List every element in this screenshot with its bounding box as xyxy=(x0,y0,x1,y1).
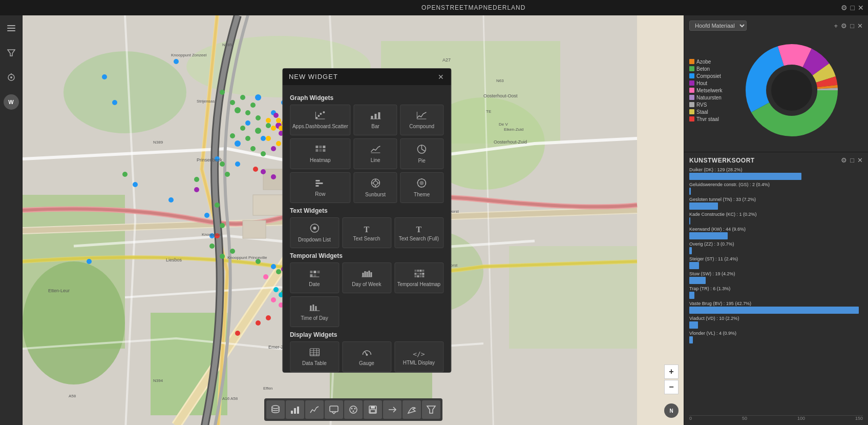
map-area[interactable]: Prinsenbeek Etten-Leur Molenschot Vrache… xyxy=(23,15,684,425)
date-icon xyxy=(309,269,320,279)
legend-natuursten: Natuursten xyxy=(689,95,730,100)
text-search-label: Text Search xyxy=(353,236,380,242)
svg-point-104 xyxy=(168,197,174,203)
pie-label: Pie xyxy=(418,158,425,164)
svg-point-73 xyxy=(261,169,266,174)
apps-dashboard-scatter-widget[interactable]: Apps.Dashboard.Scatter xyxy=(290,105,351,135)
compass-button[interactable]: N xyxy=(664,403,679,418)
svg-point-140 xyxy=(354,408,355,410)
svg-rect-2 xyxy=(7,30,15,31)
svg-text:Strijensas: Strijensas xyxy=(197,99,215,104)
close-icon[interactable]: ✕ xyxy=(858,4,864,12)
bar-close-icon[interactable]: ✕ xyxy=(857,156,863,164)
svg-rect-159 xyxy=(319,146,322,148)
svg-rect-203 xyxy=(417,275,419,277)
row-widget[interactable]: Row xyxy=(290,172,351,203)
maximize-icon2[interactable]: □ xyxy=(850,22,854,30)
comment-button[interactable] xyxy=(325,400,343,419)
svg-point-79 xyxy=(271,126,276,131)
line-widget[interactable]: Line xyxy=(354,138,397,169)
theme-widget[interactable]: Theme xyxy=(400,172,443,203)
svg-point-72 xyxy=(271,146,276,151)
scatter-icon xyxy=(314,111,326,122)
donut-content: Azobe Beton Composiet Hout xyxy=(689,34,863,147)
heatmap-widget[interactable]: Heatmap xyxy=(290,138,351,169)
save-button[interactable] xyxy=(364,400,382,419)
svg-point-54 xyxy=(261,151,266,156)
date-widget[interactable]: Date xyxy=(290,262,339,293)
bar-axis: 0 50 100 150 xyxy=(689,415,863,421)
svg-rect-162 xyxy=(319,149,322,152)
pie-widget[interactable]: Pie xyxy=(400,138,443,169)
palette-button[interactable] xyxy=(344,400,363,419)
bar-row: Steiger (ST) : 11 (2.4%) xyxy=(689,256,863,269)
dropdown-list-widget[interactable]: Dropdown List xyxy=(290,217,339,248)
svg-point-133 xyxy=(272,406,279,409)
data-table-widget[interactable]: Data Table xyxy=(290,341,339,372)
layers-icon[interactable] xyxy=(4,21,19,36)
natuursten-dot xyxy=(689,95,694,100)
svg-rect-188 xyxy=(362,273,364,277)
dialog-title: NEW WIDGET xyxy=(289,73,338,80)
bar-row: Stuw (SW) : 19 (4.2%) xyxy=(689,271,863,284)
hout-dot xyxy=(689,80,694,86)
html-display-icon: </> xyxy=(413,349,425,358)
maximize-icon[interactable]: □ xyxy=(851,4,855,12)
bar-label: Duiker (DK) : 129 (28.2%) xyxy=(689,167,863,172)
row-label: Row xyxy=(315,191,325,197)
share-button[interactable] xyxy=(403,400,421,419)
zoom-in-button[interactable]: + xyxy=(664,365,679,379)
svg-rect-189 xyxy=(364,271,366,277)
svg-point-43 xyxy=(240,95,245,100)
time-of-day-widget[interactable]: Time of Day xyxy=(290,296,339,327)
bar-fill xyxy=(689,292,694,299)
gauge-widget[interactable]: Gauge xyxy=(342,341,391,372)
bar-label: Viaduct (VD) : 10 (2.2%) xyxy=(689,316,863,321)
bar-settings-icon[interactable]: ⚙ xyxy=(841,156,847,164)
bookmark-icon[interactable] xyxy=(4,70,19,85)
filter-icon[interactable] xyxy=(4,45,19,60)
rvs-dot xyxy=(689,102,694,107)
close-icon2[interactable]: ✕ xyxy=(857,22,863,30)
database-button[interactable] xyxy=(266,400,285,419)
bar-fill xyxy=(689,173,801,180)
export-button[interactable] xyxy=(383,400,401,419)
text-search-full-widget[interactable]: T Text Search (Full) xyxy=(394,217,443,248)
left-sidebar: W xyxy=(0,15,23,425)
material-dropdown[interactable]: Hoofd Materiaal xyxy=(689,21,747,31)
bar-fill xyxy=(689,262,699,269)
add-icon[interactable]: + xyxy=(834,22,838,30)
bar-chart-button[interactable] xyxy=(286,400,304,419)
svg-rect-24 xyxy=(243,220,266,238)
row-icon xyxy=(314,178,326,189)
zoom-out-button[interactable]: − xyxy=(664,380,679,394)
line-icon xyxy=(370,145,381,155)
svg-rect-201 xyxy=(422,273,424,275)
svg-rect-198 xyxy=(414,273,416,275)
temporal-heatmap-widget[interactable]: Temporal Heatmap xyxy=(394,262,443,293)
compound-label: Compound xyxy=(409,124,434,130)
text-search-widget[interactable]: T Text Search xyxy=(342,217,391,248)
svg-rect-183 xyxy=(313,271,316,273)
svg-text:A16 A58: A16 A58 xyxy=(222,396,238,401)
bar-fill xyxy=(689,203,718,210)
svg-point-90 xyxy=(263,274,268,279)
settings-icon[interactable]: ⚙ xyxy=(841,4,848,12)
compound-widget[interactable]: Compound xyxy=(400,105,443,135)
line-chart-button[interactable] xyxy=(305,400,324,419)
bar-widget[interactable]: Bar xyxy=(354,105,397,135)
html-display-widget[interactable]: </> HTML Display xyxy=(394,341,443,372)
filter2-button[interactable] xyxy=(422,400,440,419)
bar-maximize-icon[interactable]: □ xyxy=(850,156,854,164)
gauge-label: Gauge xyxy=(359,360,374,367)
sunburst-widget[interactable]: Sunburst xyxy=(354,172,397,203)
bar-label: Keerwand (KW) : 44 (9.6%) xyxy=(689,227,863,232)
settings-icon2[interactable]: ⚙ xyxy=(841,22,847,30)
svg-text:A27: A27 xyxy=(442,57,451,63)
dialog-close-button[interactable]: ✕ xyxy=(438,73,444,81)
day-of-week-widget[interactable]: Day of Week xyxy=(342,262,391,293)
svg-rect-21 xyxy=(253,195,284,215)
svg-rect-194 xyxy=(414,270,416,272)
user-avatar[interactable]: W xyxy=(4,94,19,110)
svg-point-81 xyxy=(266,136,271,141)
